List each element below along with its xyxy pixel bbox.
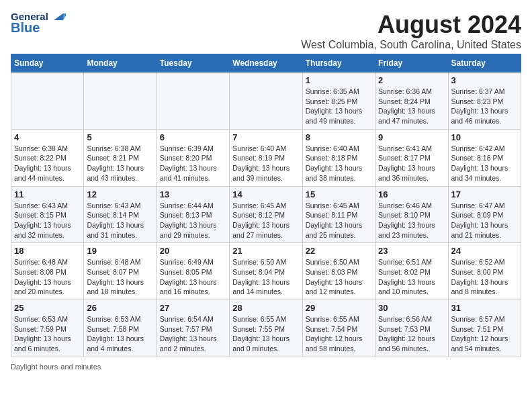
daylight-hours-label: Daylight hours — [11, 363, 58, 371]
day-number: 4 — [14, 132, 81, 142]
calendar-cell: 21Sunrise: 6:50 AM Sunset: 8:04 PM Dayli… — [230, 243, 302, 300]
calendar-cell: 3Sunrise: 6:37 AM Sunset: 8:23 PM Daylig… — [448, 73, 521, 130]
day-header-wednesday: Wednesday — [230, 54, 302, 73]
calendar-cell: 22Sunrise: 6:50 AM Sunset: 8:03 PM Dayli… — [302, 243, 375, 300]
day-header-tuesday: Tuesday — [157, 54, 229, 73]
day-number: 12 — [87, 189, 153, 199]
calendar-cell: 17Sunrise: 6:47 AM Sunset: 8:09 PM Dayli… — [448, 186, 521, 243]
calendar-cell: 5Sunrise: 6:38 AM Sunset: 8:21 PM Daylig… — [84, 129, 157, 186]
day-header-thursday: Thursday — [302, 54, 375, 73]
day-info: Sunrise: 6:53 AM Sunset: 7:58 PM Dayligh… — [87, 314, 153, 354]
day-info: Sunrise: 6:48 AM Sunset: 8:08 PM Dayligh… — [14, 257, 81, 297]
calendar-cell: 18Sunrise: 6:48 AM Sunset: 8:08 PM Dayli… — [11, 243, 84, 300]
calendar-cell: 1Sunrise: 6:35 AM Sunset: 8:25 PM Daylig… — [302, 73, 375, 130]
day-info: Sunrise: 6:45 AM Sunset: 8:11 PM Dayligh… — [306, 201, 372, 240]
day-info: Sunrise: 6:43 AM Sunset: 8:14 PM Dayligh… — [87, 201, 153, 240]
day-header-friday: Friday — [375, 54, 448, 73]
day-number: 19 — [87, 246, 153, 256]
calendar-cell: 8Sunrise: 6:40 AM Sunset: 8:18 PM Daylig… — [302, 129, 375, 186]
calendar-cell: 24Sunrise: 6:52 AM Sunset: 8:00 PM Dayli… — [448, 243, 521, 300]
day-info: Sunrise: 6:55 AM Sunset: 7:54 PM Dayligh… — [306, 314, 372, 354]
day-number: 25 — [14, 303, 81, 313]
calendar-cell: 4Sunrise: 6:38 AM Sunset: 8:22 PM Daylig… — [11, 129, 84, 186]
logo-blue: Blue — [11, 20, 40, 35]
day-number: 2 — [378, 75, 445, 85]
logo: General Blue — [11, 11, 66, 35]
day-header-sunday: Sunday — [11, 54, 84, 73]
day-number: 9 — [378, 132, 445, 142]
day-info: Sunrise: 6:39 AM Sunset: 8:20 PM Dayligh… — [160, 144, 226, 183]
calendar-cell: 15Sunrise: 6:45 AM Sunset: 8:11 PM Dayli… — [302, 186, 375, 243]
day-number: 7 — [232, 132, 299, 142]
calendar-cell: 13Sunrise: 6:44 AM Sunset: 8:13 PM Dayli… — [157, 186, 229, 243]
day-number: 26 — [87, 303, 153, 313]
calendar-cell — [84, 73, 157, 130]
day-info: Sunrise: 6:47 AM Sunset: 8:09 PM Dayligh… — [451, 201, 518, 240]
calendar-cell: 11Sunrise: 6:43 AM Sunset: 8:15 PM Dayli… — [11, 186, 84, 243]
calendar-cell: 23Sunrise: 6:51 AM Sunset: 8:02 PM Dayli… — [375, 243, 448, 300]
day-info: Sunrise: 6:57 AM Sunset: 7:51 PM Dayligh… — [451, 314, 518, 354]
day-number: 13 — [160, 189, 226, 199]
day-number: 21 — [232, 246, 299, 256]
day-info: Sunrise: 6:37 AM Sunset: 8:23 PM Dayligh… — [451, 87, 518, 126]
day-number: 30 — [378, 303, 445, 313]
calendar-cell: 25Sunrise: 6:53 AM Sunset: 7:59 PM Dayli… — [11, 300, 84, 357]
calendar-cell: 27Sunrise: 6:54 AM Sunset: 7:57 PM Dayli… — [157, 300, 229, 357]
day-number: 29 — [306, 303, 372, 313]
day-number: 24 — [451, 246, 518, 256]
calendar-cell: 19Sunrise: 6:48 AM Sunset: 8:07 PM Dayli… — [84, 243, 157, 300]
day-header-saturday: Saturday — [448, 54, 521, 73]
day-info: Sunrise: 6:45 AM Sunset: 8:12 PM Dayligh… — [232, 201, 299, 240]
calendar-cell: 14Sunrise: 6:45 AM Sunset: 8:12 PM Dayli… — [230, 186, 302, 243]
day-info: Sunrise: 6:36 AM Sunset: 8:24 PM Dayligh… — [378, 87, 445, 126]
day-info: Sunrise: 6:50 AM Sunset: 8:04 PM Dayligh… — [232, 257, 299, 297]
day-number: 28 — [232, 303, 299, 313]
day-number: 8 — [306, 132, 372, 142]
calendar-cell: 6Sunrise: 6:39 AM Sunset: 8:20 PM Daylig… — [157, 129, 229, 186]
day-number: 1 — [306, 75, 372, 85]
calendar-cell: 29Sunrise: 6:55 AM Sunset: 7:54 PM Dayli… — [302, 300, 375, 357]
calendar-cell: 16Sunrise: 6:46 AM Sunset: 8:10 PM Dayli… — [375, 186, 448, 243]
calendar-cell: 12Sunrise: 6:43 AM Sunset: 8:14 PM Dayli… — [84, 186, 157, 243]
calendar-cell: 2Sunrise: 6:36 AM Sunset: 8:24 PM Daylig… — [375, 73, 448, 130]
day-info: Sunrise: 6:40 AM Sunset: 8:19 PM Dayligh… — [232, 144, 299, 183]
day-info: Sunrise: 6:44 AM Sunset: 8:13 PM Dayligh… — [160, 201, 226, 240]
day-number: 20 — [160, 246, 226, 256]
calendar-cell — [157, 73, 229, 130]
day-info: Sunrise: 6:56 AM Sunset: 7:53 PM Dayligh… — [378, 314, 445, 354]
day-number: 17 — [451, 189, 518, 199]
day-number: 18 — [14, 246, 81, 256]
day-number: 23 — [378, 246, 445, 256]
day-info: Sunrise: 6:54 AM Sunset: 7:57 PM Dayligh… — [160, 314, 226, 354]
day-info: Sunrise: 6:38 AM Sunset: 8:21 PM Dayligh… — [87, 144, 153, 183]
calendar-cell: 31Sunrise: 6:57 AM Sunset: 7:51 PM Dayli… — [448, 300, 521, 357]
calendar-cell: 28Sunrise: 6:55 AM Sunset: 7:55 PM Dayli… — [230, 300, 302, 357]
day-info: Sunrise: 6:49 AM Sunset: 8:05 PM Dayligh… — [160, 257, 226, 297]
main-title: August 2024 — [301, 11, 521, 39]
svg-marker-1 — [63, 13, 66, 20]
day-number: 16 — [378, 189, 445, 199]
day-info: Sunrise: 6:51 AM Sunset: 8:02 PM Dayligh… — [378, 257, 445, 297]
svg-marker-0 — [54, 13, 63, 20]
day-number: 11 — [14, 189, 81, 199]
day-number: 6 — [160, 132, 226, 142]
day-info: Sunrise: 6:40 AM Sunset: 8:18 PM Dayligh… — [306, 144, 372, 183]
day-info: Sunrise: 6:41 AM Sunset: 8:17 PM Dayligh… — [378, 144, 445, 183]
day-header-monday: Monday — [84, 54, 157, 73]
day-info: Sunrise: 6:38 AM Sunset: 8:22 PM Dayligh… — [14, 144, 81, 183]
calendar-cell: 9Sunrise: 6:41 AM Sunset: 8:17 PM Daylig… — [375, 129, 448, 186]
day-info: Sunrise: 6:42 AM Sunset: 8:16 PM Dayligh… — [451, 144, 518, 183]
calendar-cell: 26Sunrise: 6:53 AM Sunset: 7:58 PM Dayli… — [84, 300, 157, 357]
day-number: 22 — [306, 246, 372, 256]
calendar-cell — [11, 73, 84, 130]
logo-icon — [51, 11, 66, 23]
day-info: Sunrise: 6:53 AM Sunset: 7:59 PM Dayligh… — [14, 314, 81, 354]
day-number: 10 — [451, 132, 518, 142]
title-area: August 2024 West Columbia, South Carolin… — [301, 11, 521, 51]
calendar-cell: 20Sunrise: 6:49 AM Sunset: 8:05 PM Dayli… — [157, 243, 229, 300]
day-info: Sunrise: 6:46 AM Sunset: 8:10 PM Dayligh… — [378, 201, 445, 240]
calendar-cell: 7Sunrise: 6:40 AM Sunset: 8:19 PM Daylig… — [230, 129, 302, 186]
day-number: 14 — [232, 189, 299, 199]
day-number: 31 — [451, 303, 518, 313]
day-info: Sunrise: 6:43 AM Sunset: 8:15 PM Dayligh… — [14, 201, 81, 240]
